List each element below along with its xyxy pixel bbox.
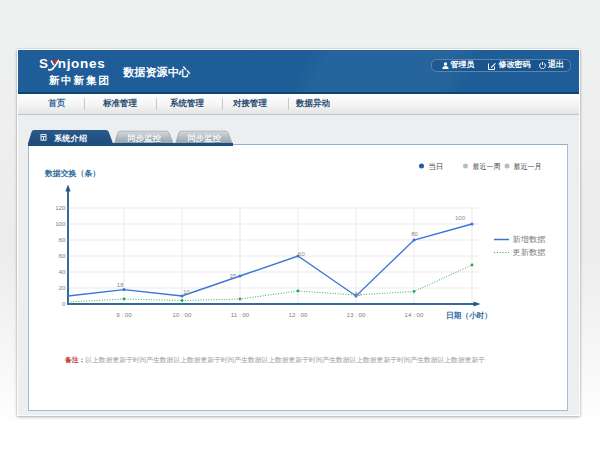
svg-text:60: 60 <box>59 252 66 259</box>
svg-text:120: 120 <box>55 204 66 211</box>
svg-text:10 : 00: 10 : 00 <box>173 311 192 318</box>
svg-text:10: 10 <box>183 289 190 295</box>
svg-text:100: 100 <box>455 215 466 221</box>
svg-text:最近一周: 最近一周 <box>473 162 501 171</box>
svg-text:10: 10 <box>354 291 361 297</box>
svg-text:60: 60 <box>298 251 305 257</box>
svg-text:备注：以上数据更新于时间产生数据以上数据更新于时间产生数据以: 备注：以上数据更新于时间产生数据以上数据更新于时间产生数据以上数据更新于时间产生… <box>64 356 485 364</box>
svg-text:35: 35 <box>230 273 237 279</box>
svg-text:9 : 00: 9 : 00 <box>116 311 132 318</box>
svg-text:同步监控: 同步监控 <box>127 134 161 143</box>
svg-text:新增数据: 新增数据 <box>513 235 546 244</box>
svg-text:14 : 00: 14 : 00 <box>405 311 424 318</box>
svg-text:同步监控: 同步监控 <box>187 134 221 143</box>
svg-text:0: 0 <box>62 300 66 307</box>
svg-text:80: 80 <box>59 236 66 243</box>
svg-text:40: 40 <box>59 268 66 275</box>
svg-text:11 : 00: 11 : 00 <box>231 311 250 318</box>
svg-text:更新数据: 更新数据 <box>513 248 546 257</box>
svg-text:80: 80 <box>411 231 418 237</box>
svg-text:最近一月: 最近一月 <box>514 162 542 171</box>
svg-text:12 : 00: 12 : 00 <box>289 311 308 318</box>
svg-text:13 : 00: 13 : 00 <box>347 311 366 318</box>
svg-text:18: 18 <box>117 282 124 288</box>
svg-text:当日: 当日 <box>429 162 444 171</box>
svg-text:系统介绍: 系统介绍 <box>53 133 87 143</box>
svg-text:日期（小时）: 日期（小时） <box>446 311 492 320</box>
svg-text:数据交换（条）: 数据交换（条） <box>44 169 100 178</box>
svg-text:100: 100 <box>55 220 66 227</box>
svg-text:20: 20 <box>59 284 66 291</box>
